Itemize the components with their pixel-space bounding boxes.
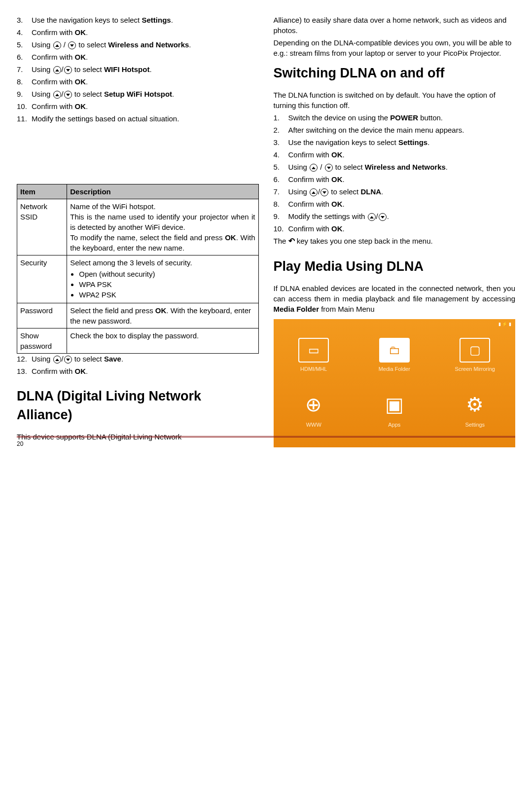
hdmi-icon: ▭ — [298, 338, 329, 363]
up-icon — [53, 66, 61, 74]
back-key-note: The ↶ key takes you one step back in the… — [274, 236, 516, 247]
up-icon — [53, 41, 61, 49]
menu-screen-mirroring: ▢Screen Mirroring — [448, 338, 502, 373]
up-icon — [53, 91, 61, 99]
step: 5.Using / to select Wireless and Network… — [274, 162, 516, 172]
up-icon — [53, 356, 61, 363]
menu-settings: ⚙Settings — [448, 391, 502, 429]
step: 11.Modify the settings based on actual s… — [17, 113, 259, 124]
heading-play-media: Play Media Using DLNA — [274, 257, 516, 276]
dlna-intro-cont: Alliance) to easily share data over a ho… — [274, 15, 516, 36]
step: 3.Use the navigation keys to select Sett… — [274, 137, 516, 147]
step: 13.Confirm with OK. — [17, 366, 259, 376]
table-row: Show password Check the box to display t… — [17, 328, 259, 354]
down-icon — [64, 66, 72, 74]
switch-intro: The DLNA function is switched on by defa… — [274, 90, 516, 110]
down-icon — [64, 91, 72, 99]
down-icon — [68, 41, 76, 49]
step: 7.Using / to select DLNA. — [274, 186, 516, 197]
step: 8.Confirm with OK. — [17, 76, 259, 87]
th-description: Description — [67, 184, 258, 199]
step: 12.Using / to select Save. — [17, 354, 259, 364]
step: 5.Using / to select Wireless and Network… — [17, 39, 259, 50]
menu-media-folder: 🗀Media Folder — [367, 338, 422, 373]
up-icon — [368, 213, 376, 221]
step: 4.Confirm with OK. — [274, 149, 516, 160]
main-menu-screenshot: ▮ ⚡ ▮ ▭HDMI/MHL 🗀Media Folder ▢Screen Mi… — [274, 319, 516, 447]
hotspot-settings-table: Item Description Network SSID Name of th… — [17, 184, 259, 354]
menu-hdmi: ▭HDMI/MHL — [286, 338, 341, 373]
step: 8.Confirm with OK. — [274, 199, 516, 209]
table-row: Security Select among the 3 levels of se… — [17, 255, 259, 303]
step: 10.Confirm with OK. — [17, 101, 259, 111]
down-icon — [320, 188, 328, 196]
status-bar: ▮ ⚡ ▮ — [498, 321, 511, 327]
down-icon — [64, 356, 72, 363]
menu-www: ⊕WWW — [286, 391, 341, 429]
play-media-text: If DLNA enabled devices are located in t… — [274, 283, 516, 314]
step: 10.Confirm with OK. — [274, 223, 516, 234]
heading-switching-dlna: Switching DLNA on and off — [274, 64, 516, 83]
globe-icon: ⊕ — [305, 391, 322, 418]
back-icon: ↶ — [288, 236, 295, 247]
table-row: Password Select the field and press OK. … — [17, 303, 259, 328]
step: 1.Switch the device on using the POWER b… — [274, 112, 516, 123]
up-icon — [310, 164, 318, 172]
menu-apps: ▣Apps — [367, 391, 422, 429]
step: 2.After switching on the device the main… — [274, 125, 516, 135]
step: 9.Using / to select Setup WiFi Hotspot. — [17, 89, 259, 99]
heading-dlna: DLNA (Digital Living Network Alliance) — [17, 387, 259, 425]
right-column: Alliance) to easily share data over a ho… — [274, 15, 516, 447]
step: 3.Use the navigation keys to select Sett… — [17, 15, 259, 25]
down-icon — [379, 213, 387, 221]
down-icon — [325, 164, 333, 172]
folder-icon: 🗀 — [379, 338, 410, 363]
page-number: 20 — [17, 440, 23, 448]
th-item: Item — [17, 184, 67, 199]
gear-icon: ⚙ — [466, 391, 484, 418]
step: 7.Using / to select WIFI Hotspot. — [17, 64, 259, 74]
step: 6.Confirm with OK. — [274, 174, 516, 184]
dlna-depending: Depending on the DLNA-compatible devices… — [274, 37, 516, 58]
step: 6.Confirm with OK. — [17, 52, 259, 62]
step: 9.Modify the settings with /. — [274, 211, 516, 221]
mirror-icon: ▢ — [460, 338, 490, 363]
step: 4.Confirm with OK. — [17, 27, 259, 37]
left-column: 3.Use the navigation keys to select Sett… — [17, 15, 259, 447]
up-icon — [310, 188, 318, 196]
footer-rule — [17, 436, 515, 437]
android-icon: ▣ — [385, 391, 404, 418]
table-row: Network SSID Name of the WiFi hotspot. T… — [17, 199, 259, 255]
